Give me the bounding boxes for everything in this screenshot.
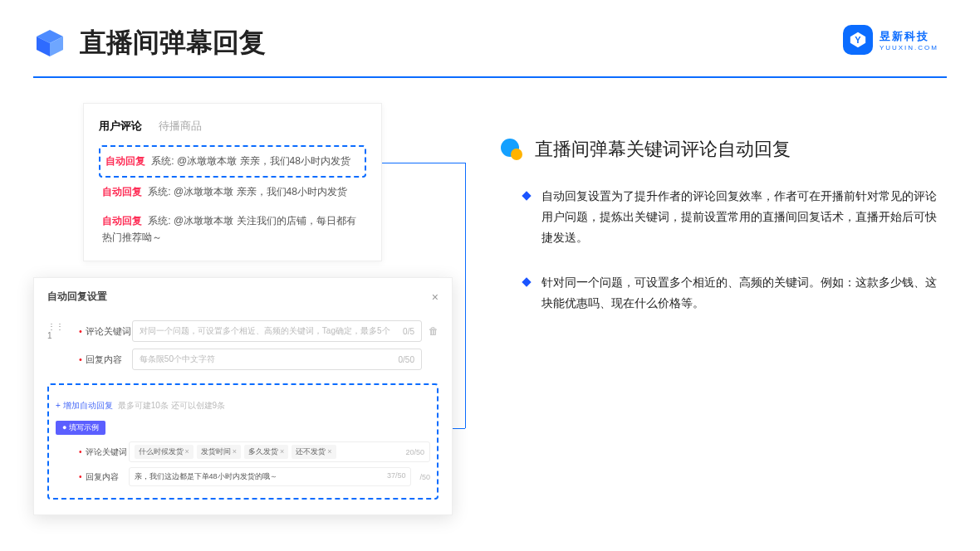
- section-title: 直播间弹幕关键词评论自动回复: [535, 137, 791, 162]
- system-label: 系统:: [148, 215, 170, 227]
- brand-icon: Y: [843, 25, 873, 55]
- example-tags-input[interactable]: 什么时候发货× 发货时间× 多久发货× 还不发货× 20/50: [129, 441, 430, 462]
- counter: 0/50: [399, 355, 414, 364]
- example-content-value: 亲，我们这边都是下单48小时内发货的哦～: [135, 471, 277, 482]
- keyword-input[interactable]: 对同一个问题，可设置多个相近、高频的关键词，Tag确定，最多5个 0/5: [132, 320, 422, 342]
- tag: 还不发货×: [292, 445, 336, 459]
- auto-reply-label: 自动回复: [105, 155, 145, 167]
- left-column: 用户评论 待播商品 自动回复 系统: @冰墩墩本墩 亲亲，我们48小时内发货 自…: [33, 103, 465, 337]
- tabs: 用户评论 待播商品: [99, 119, 366, 134]
- required-dot: •: [79, 326, 82, 336]
- example-box: + 增加自动回复 最多可建10条 还可以创建9条 ● 填写示例 • 评论关键词 …: [47, 383, 439, 500]
- comments-panel: 用户评论 待播商品 自动回复 系统: @冰墩墩本墩 亲亲，我们48小时内发货 自…: [83, 103, 382, 261]
- close-icon[interactable]: ×: [432, 290, 439, 304]
- svg-text:Y: Y: [855, 35, 861, 45]
- dialog-title: 自动回复设置: [47, 290, 107, 304]
- svg-point-6: [511, 149, 522, 160]
- example-keyword-row: • 评论关键词 什么时候发货× 发货时间× 多久发货× 还不发货× 20/50: [56, 441, 430, 462]
- counter: 20/50: [405, 448, 424, 456]
- right-column: 直播间弹幕关键词评论自动回复 自动回复设置为了提升作者的评论回复效率，作者可在开…: [498, 103, 947, 337]
- placeholder: 每条限50个中文字符: [140, 354, 215, 365]
- ex-keyword-label: 评论关键词: [86, 446, 129, 458]
- bullet-item: 自动回复设置为了提升作者的评论回复效率，作者可在开播前针对常见的评论用户问题，提…: [523, 186, 947, 249]
- system-label: 系统:: [148, 186, 170, 197]
- counter: 37/50: [387, 471, 406, 482]
- comment-row: 自动回复 系统: @冰墩墩本墩 亲亲，我们48小时内发货: [99, 178, 366, 207]
- example-content-row: • 回复内容 亲，我们这边都是下单48小时内发货的哦～ 37/50 /50: [56, 467, 430, 486]
- auto-reply-label: 自动回复: [102, 215, 142, 227]
- tag: 什么时候发货×: [135, 445, 194, 459]
- example-content-input[interactable]: 亲，我们这边都是下单48小时内发货的哦～ 37/50: [129, 467, 412, 486]
- connector-line: [465, 163, 466, 428]
- content-label: 回复内容: [86, 354, 132, 366]
- bullet-text: 针对同一个问题，可设置多个相近的、高频的关键词。例如：这款多少钱、这块能优惠吗、…: [541, 272, 947, 314]
- required-dot: •: [79, 354, 82, 364]
- comment-row: 自动回复 系统: @冰墩墩本墩 关注我们的店铺，每日都有热门推荐呦～: [99, 207, 366, 251]
- bullet-list: 自动回复设置为了提升作者的评论回复效率，作者可在开播前针对常见的评论用户问题，提…: [498, 186, 947, 314]
- placeholder: 对同一个问题，可设置多个相近、高频的关键词，Tag确定，最多5个: [140, 325, 390, 337]
- outer-counter: /50: [419, 473, 430, 481]
- tag: 发货时间×: [197, 445, 241, 459]
- tag: 多久发货×: [244, 445, 288, 459]
- comment-row-highlighted: 自动回复 系统: @冰墩墩本墩 亲亲，我们48小时内发货: [99, 145, 366, 178]
- tab-user-comments[interactable]: 用户评论: [99, 119, 142, 134]
- chat-bubble-icon: [498, 136, 525, 163]
- bullet-text: 自动回复设置为了提升作者的评论回复效率，作者可在开播前针对常见的评论用户问题，提…: [541, 186, 947, 249]
- diamond-icon: [522, 277, 531, 286]
- content-input[interactable]: 每条限50个中文字符 0/50: [132, 349, 422, 370]
- auto-reply-label: 自动回复: [102, 186, 142, 197]
- example-badge: ● 填写示例: [56, 421, 105, 435]
- row-index: ⋮⋮ 1: [47, 322, 64, 340]
- comment-text: @冰墩墩本墩 亲亲，我们48小时内发货: [177, 155, 350, 167]
- brand-logo: Y 昱新科技 YUUXIN.COM: [843, 25, 938, 55]
- bullet-item: 针对同一个问题，可设置多个相近的、高频的关键词。例如：这款多少钱、这块能优惠吗、…: [523, 272, 947, 314]
- ex-content-label: 回复内容: [86, 471, 129, 483]
- add-hint: 最多可建10条 还可以创建9条: [118, 400, 225, 412]
- content-row: • 回复内容 每条限50个中文字符 0/50 🗑: [47, 349, 439, 370]
- connector-line: [382, 163, 465, 163]
- counter: 0/5: [403, 327, 414, 336]
- tab-pending-goods[interactable]: 待播商品: [159, 119, 202, 134]
- add-auto-reply-link[interactable]: + 增加自动回复: [56, 400, 113, 412]
- logo-cube-icon: [33, 27, 66, 60]
- keyword-label: 评论关键词: [86, 325, 132, 338]
- comment-text: @冰墩墩本墩 亲亲，我们48小时内发货: [174, 186, 347, 197]
- brand-name: 昱新科技: [880, 29, 938, 44]
- delete-icon[interactable]: 🗑: [429, 325, 439, 337]
- system-label: 系统:: [151, 155, 174, 167]
- section-head: 直播间弹幕关键词评论自动回复: [498, 136, 947, 163]
- brand-url: YUUXIN.COM: [880, 44, 938, 51]
- diamond-icon: [522, 191, 531, 200]
- page-header: 直播间弹幕回复: [0, 0, 980, 70]
- keyword-row: ⋮⋮ 1 • 评论关键词 对同一个问题，可设置多个相近、高频的关键词，Tag确定…: [47, 320, 439, 342]
- auto-reply-settings-dialog: 自动回复设置 × ⋮⋮ 1 • 评论关键词 对同一个问题，可设置多个相近、高频的…: [33, 277, 453, 515]
- page-title: 直播间弹幕回复: [80, 25, 266, 61]
